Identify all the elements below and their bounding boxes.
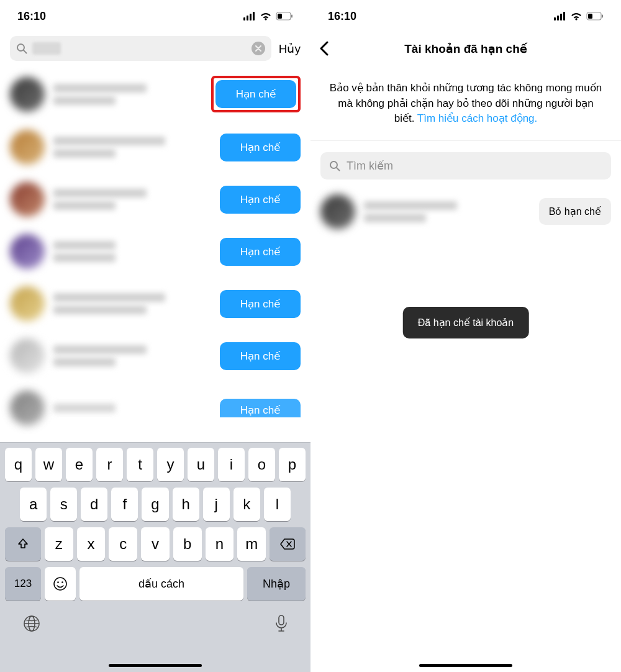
keyboard-row-2: a s d f g h j k l	[2, 488, 308, 521]
status-bar: 16:10	[0, 0, 310, 32]
avatar	[10, 130, 45, 165]
key-m[interactable]: m	[237, 527, 266, 561]
home-indicator[interactable]	[109, 664, 202, 667]
key-n[interactable]: n	[206, 527, 234, 561]
key-k[interactable]: k	[233, 488, 260, 521]
key-p[interactable]: p	[279, 448, 306, 481]
globe-icon[interactable]	[22, 614, 41, 633]
avatar	[10, 391, 45, 425]
key-w[interactable]: w	[35, 448, 62, 481]
nav-header: Tài khoản đã hạn chế	[310, 32, 621, 65]
user-row: Hạn chế	[0, 278, 310, 330]
battery-icon	[276, 12, 293, 20]
restrict-button[interactable]: Hạn chế	[220, 342, 301, 370]
keyboard-row-1: q w e r t y u i o p	[2, 448, 308, 481]
key-j[interactable]: j	[203, 488, 230, 521]
status-bar: 16:10	[310, 0, 621, 32]
restrict-button[interactable]: Hạn chế	[215, 80, 296, 108]
restrict-button[interactable]: Hạn chế	[220, 134, 301, 161]
status-time: 16:10	[17, 10, 46, 23]
user-row: Hạn chế	[0, 121, 310, 173]
battery-icon	[586, 12, 604, 20]
keyboard-row-4: 123 dấu cách Nhập	[2, 567, 308, 601]
key-t[interactable]: t	[127, 448, 153, 481]
svg-rect-0	[243, 17, 245, 20]
avatar	[10, 182, 45, 217]
restrict-button[interactable]: Hạn chế	[220, 238, 301, 266]
svg-point-10	[57, 581, 59, 583]
key-x[interactable]: x	[77, 527, 106, 561]
key-numbers[interactable]: 123	[5, 567, 41, 601]
home-indicator[interactable]	[419, 664, 512, 667]
phone-left-screen: 16:10 Hủy	[0, 0, 310, 672]
toast: Đã hạn chế tài khoản	[403, 307, 529, 338]
key-h[interactable]: h	[173, 488, 199, 521]
status-time: 16:10	[328, 10, 356, 23]
status-right	[554, 12, 604, 20]
search-icon	[16, 43, 27, 54]
key-shift[interactable]	[5, 527, 41, 561]
keyboard: q w e r t y u i o p a s d f g h j k l z	[0, 442, 310, 672]
wifi-icon	[570, 12, 582, 20]
avatar	[10, 234, 45, 269]
user-row: Hạn chế	[0, 382, 310, 434]
cancel-button[interactable]: Hủy	[279, 42, 301, 56]
restrict-button[interactable]: Hạn chế	[220, 399, 301, 417]
avatar	[10, 286, 45, 321]
signal-icon	[554, 12, 566, 20]
key-u[interactable]: u	[188, 448, 214, 481]
key-q[interactable]: q	[5, 448, 32, 481]
key-i[interactable]: i	[218, 448, 245, 481]
key-v[interactable]: v	[141, 527, 170, 561]
restrict-button[interactable]: Hạn chế	[220, 186, 301, 214]
wifi-icon	[260, 12, 272, 20]
key-enter[interactable]: Nhập	[247, 567, 306, 601]
avatar	[320, 194, 355, 229]
svg-rect-6	[291, 15, 292, 18]
key-emoji[interactable]	[45, 567, 76, 601]
svg-rect-3	[253, 12, 255, 20]
svg-rect-15	[279, 615, 284, 625]
user-row: Hạn chế	[0, 330, 310, 382]
unrestrict-button[interactable]: Bỏ hạn chế	[539, 198, 611, 225]
info-text: Bảo vệ bản thân khỏi những tương tác khô…	[310, 65, 621, 141]
page-title: Tài khoản đã hạn chế	[320, 42, 611, 56]
search-input[interactable]	[10, 36, 271, 61]
key-o[interactable]: o	[248, 448, 275, 481]
key-r[interactable]: r	[96, 448, 123, 481]
restricted-user-row: Bỏ hạn chế	[310, 184, 621, 239]
svg-rect-5	[278, 14, 282, 19]
user-row: Hạn chế	[0, 225, 310, 278]
svg-rect-21	[588, 14, 592, 19]
svg-line-8	[24, 50, 27, 53]
learn-more-link[interactable]: Tìm hiểu cách hoạt động.	[417, 112, 537, 124]
key-a[interactable]: a	[20, 488, 47, 521]
clear-icon[interactable]	[252, 42, 265, 55]
highlight-annotation: Hạn chế	[211, 76, 301, 112]
svg-point-11	[61, 581, 63, 583]
search-placeholder: Tìm kiếm	[347, 159, 393, 173]
key-e[interactable]: e	[66, 448, 93, 481]
key-y[interactable]: y	[157, 448, 184, 481]
key-s[interactable]: s	[50, 488, 77, 521]
key-backspace[interactable]	[270, 527, 306, 561]
svg-line-24	[337, 168, 340, 171]
key-f[interactable]: f	[111, 488, 138, 521]
key-c[interactable]: c	[109, 527, 137, 561]
search-input[interactable]: Tìm kiếm	[320, 152, 611, 179]
svg-rect-22	[602, 15, 603, 18]
key-z[interactable]: z	[45, 527, 73, 561]
back-icon[interactable]	[319, 41, 329, 56]
key-d[interactable]: d	[81, 488, 107, 521]
mic-icon[interactable]	[274, 614, 288, 633]
restrict-button[interactable]: Hạn chế	[220, 290, 301, 318]
phone-right-screen: 16:10 Tài khoản đã hạn chế Bảo vệ bản th…	[310, 0, 621, 672]
status-right	[243, 12, 293, 20]
search-header: Hủy	[0, 32, 310, 67]
avatar	[10, 338, 45, 373]
key-b[interactable]: b	[173, 527, 202, 561]
key-space[interactable]: dấu cách	[79, 567, 243, 601]
key-l[interactable]: l	[264, 488, 291, 521]
avatar	[10, 77, 45, 112]
key-g[interactable]: g	[142, 488, 168, 521]
